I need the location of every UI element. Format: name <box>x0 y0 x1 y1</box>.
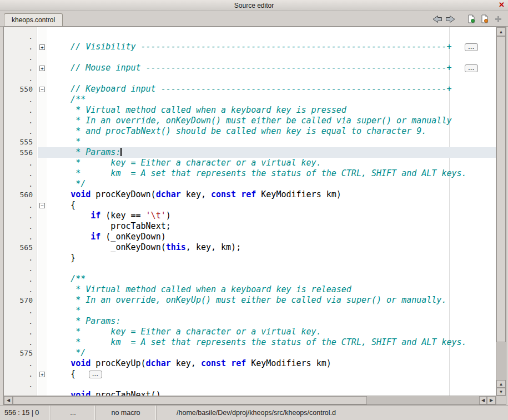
code-line[interactable]: . } <box>4 253 496 263</box>
code-text[interactable]: * km = A set that represents the status … <box>47 337 496 348</box>
code-line[interactable]: . * key = Either a character or a virtua… <box>4 327 496 337</box>
code-text[interactable]: * Params: <box>47 316 496 327</box>
horizontal-scrollbar[interactable]: ◀ ◀ ▶ <box>4 396 496 404</box>
code-line[interactable]: . procTabNext; <box>4 221 496 232</box>
line-number[interactable]: . <box>4 211 38 221</box>
code-text[interactable]: /** <box>47 274 496 284</box>
code-text[interactable]: */ <box>47 348 496 358</box>
code-line[interactable]: 560 void procKeyDown(dchar key, const re… <box>4 189 496 200</box>
code-text[interactable]: * Virtual method called when a keyboard … <box>47 284 496 295</box>
code-line[interactable]: . <box>4 31 496 42</box>
scroll-down-button[interactable]: ▼ <box>496 388 506 396</box>
vertical-scrollbar-track[interactable] <box>496 36 506 380</box>
line-number[interactable]: . <box>4 284 38 295</box>
scroll-right-button[interactable]: ▶ <box>487 396 496 404</box>
code-line[interactable]: .+ {... <box>4 369 496 379</box>
code-text[interactable]: * Params: <box>47 147 496 158</box>
code-text[interactable]: * <box>47 137 496 147</box>
line-number[interactable]: . <box>4 221 38 232</box>
line-number[interactable]: . <box>4 179 38 189</box>
line-number[interactable]: . <box>4 337 38 348</box>
line-number[interactable]: . <box>4 253 38 263</box>
code-text[interactable]: * Virtual method called when a keyboard … <box>47 105 496 116</box>
code-line[interactable]: . void procTabNext() <box>4 390 496 396</box>
titlebar[interactable]: Source editor ✕ <box>0 0 508 11</box>
code-text[interactable]: * key = Either a character or a virtual … <box>47 327 496 337</box>
code-line[interactable]: . if (_onKeyDown) <box>4 232 496 242</box>
code-line[interactable]: . * Params: <box>4 316 496 327</box>
code-line[interactable]: . * km = A set that represents the statu… <box>4 168 496 179</box>
line-number[interactable]: . <box>4 263 38 274</box>
code-text[interactable]: } <box>47 253 496 263</box>
code-text[interactable]: * In an override, onKeyDown() must eithe… <box>47 116 496 126</box>
code-line[interactable]: .− { <box>4 200 496 211</box>
line-number[interactable]: . <box>4 358 38 369</box>
line-number[interactable]: 575 <box>4 348 38 358</box>
code-line[interactable]: . * km = A set that represents the statu… <box>4 337 496 348</box>
line-number[interactable]: . <box>4 63 38 73</box>
plus-button[interactable] <box>491 13 505 25</box>
line-number[interactable]: . <box>4 126 38 137</box>
scroll-up-button[interactable]: ▲ <box>496 27 506 36</box>
vertical-scrollbar-thumb[interactable] <box>496 36 506 342</box>
code-line[interactable]: 575 */ <box>4 348 496 358</box>
code-line[interactable]: . * and procTabNext() should be called w… <box>4 126 496 137</box>
fold-ellipsis[interactable]: ... <box>465 64 477 72</box>
code-text[interactable]: * key = Either a character or a virtual … <box>47 158 496 168</box>
scroll-up-secondary-button[interactable]: ▲ <box>496 380 506 388</box>
code-text[interactable]: void procTabNext() <box>47 390 496 396</box>
line-number[interactable]: . <box>4 306 38 316</box>
code-line[interactable]: . * Virtual method called when a keyboar… <box>4 105 496 116</box>
line-number[interactable]: 555 <box>4 137 38 147</box>
forward-button[interactable] <box>444 13 457 25</box>
code-text[interactable]: /** <box>47 94 496 105</box>
code-text[interactable] <box>47 73 496 84</box>
code-line[interactable]: . */ <box>4 179 496 189</box>
code-line[interactable]: 570 * In an override, onKeyUp() must eit… <box>4 295 496 306</box>
code-line[interactable]: . * key = Either a character or a virtua… <box>4 158 496 168</box>
code-line[interactable]: 555 * <box>4 137 496 147</box>
code-line[interactable]: . /** <box>4 94 496 105</box>
line-number[interactable]: 556 <box>4 147 38 158</box>
line-number[interactable]: . <box>4 168 38 179</box>
document-orange-button[interactable] <box>478 13 491 25</box>
code-line[interactable]: . <box>4 73 496 84</box>
line-number[interactable]: . <box>4 52 38 63</box>
fold-toggle-icon[interactable]: + <box>39 372 45 377</box>
code-line[interactable]: . * In an override, onKeyDown() must eit… <box>4 116 496 126</box>
code-text[interactable]: if (_onKeyDown) <box>47 232 496 242</box>
line-number[interactable]: . <box>4 390 38 396</box>
line-number[interactable]: . <box>4 73 38 84</box>
code-line[interactable]: . * Virtual method called when a keyboar… <box>4 284 496 295</box>
code-text[interactable]: procTabNext; <box>47 221 496 232</box>
scroll-left-button[interactable]: ◀ <box>4 396 13 404</box>
code-area[interactable]: ..+ // Visibility ----------------------… <box>4 27 496 396</box>
fold-toggle-icon[interactable]: + <box>39 66 45 71</box>
code-text[interactable]: void procKeyDown(dchar key, const ref Ke… <box>47 189 496 200</box>
code-text[interactable]: */ <box>47 179 496 189</box>
line-number[interactable]: . <box>4 42 38 52</box>
code-line[interactable]: 565 _onKeyDown(this, key, km); <box>4 242 496 253</box>
line-number[interactable]: . <box>4 94 38 105</box>
line-number[interactable]: . <box>4 200 38 211</box>
line-number[interactable]: . <box>4 316 38 327</box>
code-text[interactable]: // Visibility --------------------------… <box>47 42 496 52</box>
code-text[interactable]: * and procTabNext() should be called whe… <box>47 126 496 137</box>
line-number[interactable]: 550 <box>4 84 38 94</box>
line-number[interactable]: . <box>4 327 38 337</box>
line-number[interactable]: . <box>4 105 38 116</box>
code-line[interactable]: 556 * Params: <box>4 147 496 158</box>
code-text[interactable]: _onKeyDown(this, key, km); <box>47 242 496 253</box>
scroll-left-secondary-button[interactable]: ◀ <box>479 396 487 404</box>
fold-ellipsis[interactable]: ... <box>465 43 477 51</box>
line-number[interactable]: . <box>4 379 38 390</box>
code-line[interactable]: 550− // Keyboard input -----------------… <box>4 84 496 94</box>
code-text[interactable] <box>47 379 496 390</box>
code-line[interactable]: . /** <box>4 274 496 284</box>
code-text[interactable]: { <box>47 200 496 211</box>
line-number[interactable]: . <box>4 116 38 126</box>
back-button[interactable] <box>430 13 444 25</box>
tab-kheops-control[interactable]: kheops.control <box>4 13 63 26</box>
code-line[interactable]: .+ // Visibility -----------------------… <box>4 42 496 52</box>
line-number[interactable]: . <box>4 31 38 42</box>
